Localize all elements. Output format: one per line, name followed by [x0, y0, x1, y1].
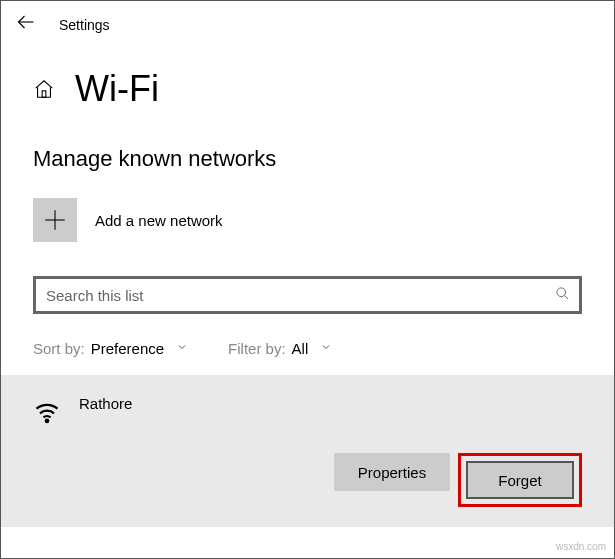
sort-filter-row: Sort by: Preference Filter by: All [1, 314, 614, 373]
forget-highlight: Forget [458, 453, 582, 507]
settings-label: Settings [59, 17, 110, 33]
home-icon[interactable] [33, 78, 55, 100]
search-container [33, 276, 582, 314]
add-network-label: Add a new network [95, 212, 223, 229]
back-arrow-icon[interactable] [17, 13, 35, 36]
sort-by-dropdown[interactable]: Sort by: Preference [33, 340, 188, 357]
page-title: Wi-Fi [75, 68, 159, 110]
search-icon [555, 286, 570, 304]
svg-point-6 [46, 420, 48, 422]
wifi-icon [33, 397, 61, 425]
filter-by-dropdown[interactable]: Filter by: All [228, 340, 332, 357]
watermark: wsxdn.com [556, 541, 606, 552]
section-heading: Manage known networks [1, 118, 614, 184]
chevron-down-icon [176, 341, 188, 356]
forget-button[interactable]: Forget [466, 461, 574, 499]
svg-point-4 [557, 288, 566, 297]
sort-value: Preference [91, 340, 164, 357]
network-name: Rathore [79, 395, 132, 412]
title-row: Wi-Fi [1, 44, 614, 118]
network-row: Rathore [33, 395, 582, 425]
chevron-down-icon [320, 341, 332, 356]
header-bar: Settings [1, 1, 614, 44]
svg-line-5 [564, 295, 568, 299]
sort-label: Sort by: [33, 340, 85, 357]
network-item[interactable]: Rathore Properties Forget [1, 375, 614, 527]
svg-rect-1 [42, 91, 46, 97]
plus-icon[interactable] [33, 198, 77, 242]
properties-button[interactable]: Properties [334, 453, 450, 491]
add-network-row[interactable]: Add a new network [1, 184, 614, 256]
filter-value: All [292, 340, 309, 357]
search-input[interactable] [33, 276, 582, 314]
network-buttons: Properties Forget [33, 453, 582, 507]
filter-label: Filter by: [228, 340, 286, 357]
